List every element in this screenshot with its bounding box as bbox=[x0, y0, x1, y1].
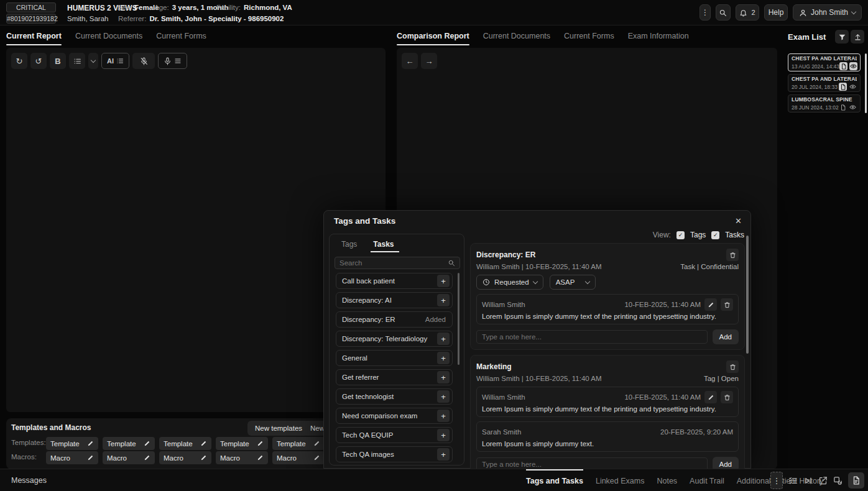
add-task-button[interactable]: + bbox=[437, 371, 450, 383]
task-list-item[interactable]: Call back patient + bbox=[336, 273, 453, 289]
pencil-icon[interactable] bbox=[313, 454, 320, 461]
exam-filter-button[interactable] bbox=[835, 30, 849, 44]
ai-list-button[interactable]: AI bbox=[101, 53, 129, 69]
template-chip[interactable]: Template bbox=[272, 437, 325, 450]
task-list-item[interactable]: Get referrer + bbox=[336, 369, 453, 385]
status-dropdown[interactable]: Requested bbox=[476, 275, 543, 290]
delete-note-button[interactable] bbox=[721, 298, 733, 311]
user-menu-button[interactable]: John Smith bbox=[793, 4, 862, 21]
format-dropdown-button[interactable] bbox=[88, 53, 98, 69]
pencil-icon[interactable] bbox=[313, 440, 320, 447]
add-task-button[interactable]: + bbox=[437, 294, 450, 306]
bold-button[interactable]: B bbox=[50, 53, 66, 69]
messages-label[interactable]: Messages bbox=[11, 476, 47, 485]
task-list-item[interactable]: Discrepancy: Teleradiology + bbox=[336, 331, 453, 347]
edit-note-button[interactable] bbox=[704, 391, 717, 403]
exam-list-item[interactable]: CHEST PA AND LATERAL 13 AUG 2024, 14:43 bbox=[788, 53, 861, 71]
add-task-button[interactable]: + bbox=[437, 410, 450, 422]
modal-tab-tasks[interactable]: Tasks bbox=[373, 240, 394, 252]
add-task-button[interactable]: + bbox=[437, 275, 450, 287]
template-chip[interactable]: Template bbox=[216, 437, 268, 450]
bottom-tab-notes[interactable]: Notes bbox=[657, 469, 677, 491]
new-templates-button[interactable]: New templates bbox=[247, 421, 310, 436]
delete-note-button[interactable] bbox=[721, 391, 733, 403]
macro-chip[interactable]: Macro bbox=[216, 451, 268, 464]
task-list-item[interactable]: Need comparison exam + bbox=[336, 408, 453, 424]
edit-note-button[interactable] bbox=[704, 298, 717, 311]
add-task-button[interactable]: + bbox=[437, 333, 450, 345]
exam-report-button[interactable] bbox=[839, 62, 847, 70]
add-task-button[interactable]: + bbox=[437, 390, 450, 403]
tab-current-report[interactable]: Current Report bbox=[6, 32, 62, 45]
pencil-icon[interactable] bbox=[144, 440, 150, 447]
add-task-button[interactable]: + bbox=[437, 429, 450, 441]
pencil-icon[interactable] bbox=[87, 440, 94, 447]
pencil-icon[interactable] bbox=[200, 454, 207, 461]
template-chip[interactable]: Template bbox=[46, 437, 98, 450]
nav-back-button[interactable]: ← bbox=[402, 53, 418, 69]
tab-comparison-report[interactable]: Comparison Report bbox=[397, 32, 469, 45]
tab-comparison-documents[interactable]: Current Documents bbox=[483, 32, 550, 45]
header-search-button[interactable] bbox=[716, 4, 731, 21]
delete-card-button[interactable] bbox=[726, 360, 739, 373]
nav-forward-button[interactable]: → bbox=[421, 53, 437, 69]
pencil-icon[interactable] bbox=[200, 440, 207, 447]
priority-dropdown[interactable]: ASAP bbox=[550, 275, 596, 290]
exam-list-item[interactable]: LUMBOSACRAL SPINE 28 JUN 2024, 13:02 bbox=[788, 94, 861, 112]
linked-window-button[interactable] bbox=[833, 476, 843, 485]
bottom-tab-audit-trail[interactable]: Audit Trail bbox=[690, 469, 724, 491]
task-list-scrollbar[interactable] bbox=[458, 273, 459, 365]
task-list-item[interactable]: Discrepancy: ER Added bbox=[336, 311, 453, 328]
modal-tab-tags[interactable]: Tags bbox=[341, 240, 357, 252]
exam-upload-button[interactable] bbox=[851, 30, 864, 44]
pencil-icon[interactable] bbox=[257, 454, 264, 461]
exam-view-button[interactable] bbox=[849, 83, 857, 91]
tab-exam-information[interactable]: Exam Information bbox=[628, 32, 689, 45]
template-chip[interactable]: Template bbox=[159, 437, 211, 450]
note-input[interactable] bbox=[476, 330, 708, 344]
task-list-item[interactable]: Discrepancy: AI + bbox=[336, 292, 453, 308]
tab-current-documents[interactable]: Current Documents bbox=[75, 32, 142, 45]
pencil-icon[interactable] bbox=[257, 440, 264, 447]
task-list-item[interactable]: General + bbox=[336, 350, 453, 366]
add-task-button[interactable]: + bbox=[437, 352, 450, 364]
exam-report-button[interactable] bbox=[839, 103, 847, 111]
pencil-icon[interactable] bbox=[87, 454, 94, 461]
tab-comparison-forms[interactable]: Current Forms bbox=[564, 32, 614, 45]
help-button[interactable]: Help bbox=[764, 4, 788, 21]
report-panel-button[interactable] bbox=[848, 472, 864, 489]
redo-button[interactable]: ↻ bbox=[11, 53, 27, 69]
exam-report-button[interactable] bbox=[839, 83, 847, 91]
macro-chip[interactable]: Macro bbox=[46, 451, 98, 464]
task-list-item[interactable]: Get technologist + bbox=[336, 388, 453, 405]
bottom-more-button[interactable]: ⋮ bbox=[770, 472, 783, 489]
exam-list-scrollbar[interactable] bbox=[865, 53, 867, 113]
exam-list-item[interactable]: CHEST PA AND LATERAL 20 JUL 2024, 18:33 bbox=[788, 74, 861, 92]
task-search-input[interactable] bbox=[339, 259, 444, 267]
macro-chip[interactable]: Macro bbox=[272, 451, 325, 464]
macro-chip[interactable]: Macro bbox=[103, 451, 155, 464]
close-icon[interactable]: ✕ bbox=[735, 216, 742, 226]
view-tasks-checkbox[interactable]: ✓ bbox=[711, 231, 719, 239]
header-more-button[interactable]: ⋮ bbox=[699, 4, 711, 21]
view-tags-checkbox[interactable]: ✓ bbox=[676, 231, 685, 239]
exam-view-button[interactable] bbox=[849, 103, 857, 111]
open-new-window-button[interactable] bbox=[818, 476, 828, 485]
macro-chip[interactable]: Macro bbox=[159, 451, 211, 464]
list-format-button[interactable] bbox=[69, 53, 85, 69]
undo-button[interactable]: ↺ bbox=[30, 53, 47, 69]
task-list-item[interactable]: Tech QA EQUIP + bbox=[336, 427, 453, 443]
mic-mute-button[interactable] bbox=[132, 53, 155, 69]
add-task-button[interactable]: + bbox=[437, 448, 450, 461]
notifications-button[interactable]: 2 bbox=[736, 4, 759, 21]
tab-current-forms[interactable]: Current Forms bbox=[156, 32, 206, 45]
delete-card-button[interactable] bbox=[726, 249, 739, 261]
dictation-list-button[interactable] bbox=[158, 53, 187, 69]
task-list-item[interactable]: Tech QA images + bbox=[336, 446, 453, 462]
modal-scrollbar[interactable] bbox=[746, 236, 749, 354]
bottom-tab-tags-and-tasks[interactable]: Tags and Tasks bbox=[526, 469, 583, 491]
exam-view-button[interactable] bbox=[849, 62, 857, 70]
template-chip[interactable]: Template bbox=[103, 437, 155, 450]
bottom-tab-linked-exams[interactable]: Linked Exams bbox=[596, 469, 645, 491]
pencil-icon[interactable] bbox=[144, 454, 150, 461]
